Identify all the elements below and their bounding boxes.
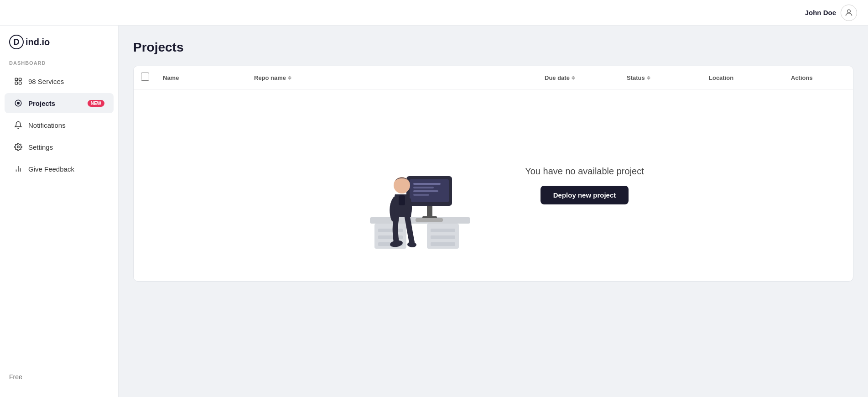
svg-rect-26 <box>413 190 438 192</box>
svg-rect-32 <box>399 195 405 205</box>
page-title: Projects <box>133 40 853 55</box>
sidebar-section-label: DASHBOARD <box>0 60 118 70</box>
select-all-checkbox[interactable] <box>141 73 149 81</box>
th-repo-name-label: Repo name <box>254 74 286 81</box>
th-location-label: Location <box>709 74 733 81</box>
bell-icon <box>14 120 23 130</box>
svg-rect-24 <box>413 183 441 185</box>
sidebar-item-projects[interactable]: Projects NEW <box>5 93 114 113</box>
gear-icon <box>14 142 23 151</box>
th-due-date[interactable]: Due date <box>545 74 627 81</box>
plan-label: Free <box>9 373 22 381</box>
sidebar-item-feedback[interactable]: Give Feedback <box>5 159 114 179</box>
table-header: Name Repo name Due date <box>134 66 853 89</box>
empty-content: You have no available project Deploy new… <box>525 166 644 204</box>
sidebar-item-feedback-label: Give Feedback <box>28 165 74 173</box>
logo-text: ind.io <box>26 37 50 47</box>
th-status-label: Status <box>627 74 645 81</box>
repo-name-sort-icon <box>288 76 291 80</box>
new-badge: NEW <box>88 100 104 107</box>
layout: D ind.io DASHBOARD 98 Services <box>0 26 868 397</box>
main-content: Projects Name Repo name Due <box>119 26 868 397</box>
svg-point-31 <box>407 241 417 248</box>
select-all-checkbox-cell <box>141 73 163 83</box>
deploy-new-project-button[interactable]: Deploy new project <box>541 186 629 204</box>
user-menu[interactable]: John Doe <box>805 5 857 21</box>
logo-icon: D <box>9 35 24 49</box>
topbar: John Doe <box>0 0 868 26</box>
svg-rect-3 <box>15 82 17 84</box>
avatar <box>841 5 857 21</box>
th-actions: Actions <box>791 74 846 81</box>
sidebar-item-settings-label: Settings <box>28 143 53 151</box>
th-due-date-label: Due date <box>545 74 570 81</box>
th-status[interactable]: Status <box>627 74 709 81</box>
feedback-icon <box>14 164 23 173</box>
svg-rect-19 <box>431 242 455 246</box>
svg-rect-17 <box>431 229 455 232</box>
sidebar-item-notifications[interactable]: Notifications <box>5 115 114 135</box>
th-name: Name <box>163 74 254 81</box>
svg-point-0 <box>847 10 851 13</box>
svg-rect-1 <box>15 78 17 80</box>
sidebar-item-settings[interactable]: Settings <box>5 137 114 157</box>
sidebar: D ind.io DASHBOARD 98 Services <box>0 26 119 397</box>
svg-rect-27 <box>413 194 429 196</box>
status-sort-icon <box>647 76 650 80</box>
svg-rect-28 <box>416 218 443 222</box>
due-date-sort-icon <box>572 76 575 80</box>
svg-rect-25 <box>413 187 434 188</box>
sidebar-footer: Free <box>0 366 118 388</box>
svg-rect-14 <box>378 229 403 232</box>
sidebar-item-services-label: 98 Services <box>28 78 64 85</box>
empty-illustration <box>343 117 489 254</box>
sidebar-item-notifications-label: Notifications <box>28 121 66 129</box>
username: John Doe <box>805 9 836 16</box>
sidebar-item-projects-label: Projects <box>28 99 55 107</box>
svg-point-7 <box>17 146 20 148</box>
empty-state: You have no available project Deploy new… <box>134 89 853 281</box>
circle-dot-icon <box>14 99 23 108</box>
projects-table: Name Repo name Due date <box>133 66 853 282</box>
svg-rect-15 <box>378 235 403 239</box>
empty-message: You have no available project <box>525 166 644 177</box>
sidebar-item-services[interactable]: 98 Services <box>5 71 114 91</box>
svg-rect-18 <box>431 235 455 239</box>
th-repo-name[interactable]: Repo name <box>254 74 545 81</box>
svg-rect-2 <box>19 78 21 80</box>
logo[interactable]: D ind.io <box>0 35 118 60</box>
th-name-label: Name <box>163 74 179 81</box>
svg-point-6 <box>17 102 20 104</box>
svg-rect-4 <box>19 82 21 84</box>
th-location: Location <box>709 74 791 81</box>
th-actions-label: Actions <box>791 74 813 81</box>
grid-icon <box>14 77 23 86</box>
